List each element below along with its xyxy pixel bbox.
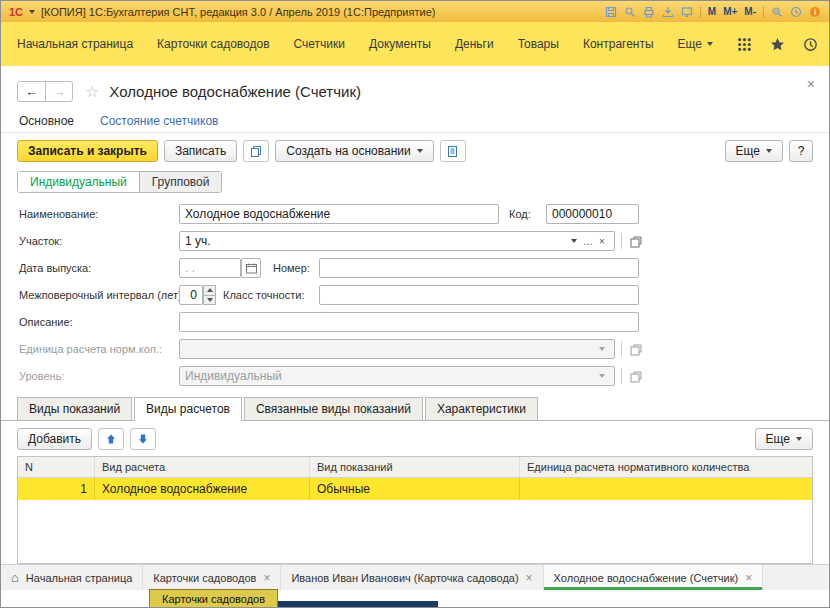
toolbar-right-group: Еще ?: [725, 140, 813, 162]
save-button[interactable]: Записать: [164, 140, 237, 162]
menu-item-counterparties[interactable]: Контрагенты: [583, 37, 654, 51]
col-header-n[interactable]: N: [18, 457, 95, 477]
open-icon[interactable]: [627, 232, 645, 251]
reread-icon-button[interactable]: [243, 140, 269, 162]
code-label: Код:: [509, 208, 531, 220]
clear-icon[interactable]: ×: [595, 232, 609, 250]
cell-calc-kind[interactable]: Холодное водоснабжение: [95, 478, 310, 500]
meter-type-toggle: Индивидуальный Групповой: [17, 171, 222, 193]
caret-down-icon: [707, 42, 713, 46]
number-input[interactable]: [319, 258, 639, 278]
window-title: [КОПИЯ] 1С:Бухгалтерия СНТ, редакция 3.0…: [41, 6, 435, 18]
tab-characteristics[interactable]: Характеристики: [425, 397, 538, 420]
move-up-icon[interactable]: [98, 428, 124, 450]
history-icon[interactable]: [803, 37, 818, 52]
favorites-star-icon[interactable]: [770, 37, 785, 52]
table-toolbar-right: Еще: [755, 428, 813, 450]
taskbar-home[interactable]: ⌂ Начальная страница: [1, 565, 143, 590]
spin-down-icon[interactable]: [203, 296, 216, 306]
menu-item-documents[interactable]: Документы: [369, 37, 431, 51]
area-combo-input[interactable]: 1 уч. … ×: [179, 231, 615, 251]
taskbar-tab-ivanov-card[interactable]: Иванов Иван Иванович (Карточка садовода)…: [281, 565, 543, 590]
menu-item-more[interactable]: Еще: [678, 37, 713, 51]
description-input[interactable]: [179, 312, 639, 332]
dropdown-caret-icon[interactable]: [567, 232, 581, 250]
more-button[interactable]: Еще: [725, 140, 783, 162]
close-tab-icon[interactable]: ×: [263, 571, 270, 585]
form-row-unit: Единица расчета норм.кол.:: [1, 336, 829, 363]
save-icon[interactable]: [605, 6, 617, 18]
calendar-icon[interactable]: [241, 258, 261, 278]
precision-class-input[interactable]: [319, 285, 639, 305]
info-icon[interactable]: [809, 6, 821, 18]
taskbar-tab-cold-water-meter[interactable]: Холодное водоснабжение (Счетчик) ×: [544, 565, 764, 590]
toggle-individual[interactable]: Индивидуальный: [18, 172, 139, 192]
area-label: Участок:: [19, 235, 62, 247]
taskbar-tab-gardener-cards[interactable]: Карточки садоводов ×: [143, 565, 281, 590]
code-input[interactable]: 000000010: [546, 204, 639, 224]
caret-down-icon: [796, 437, 802, 441]
app-window: 1С [КОПИЯ] 1С:Бухгалтерия СНТ, редакция …: [0, 0, 830, 608]
menu-item-money[interactable]: Деньги: [455, 37, 494, 51]
create-based-on-button[interactable]: Создать на основании: [275, 140, 434, 162]
toggle-group[interactable]: Групповой: [139, 172, 222, 192]
close-tab-icon[interactable]: ×: [745, 571, 752, 585]
choose-ellipsis-icon[interactable]: …: [581, 232, 595, 250]
home-icon: ⌂: [11, 570, 19, 585]
cell-unit[interactable]: [520, 478, 812, 500]
monitor-icon[interactable]: [681, 6, 693, 18]
clock-icon[interactable]: [790, 6, 802, 18]
open-icon[interactable]: [627, 340, 645, 359]
form-row-date: Дата выпуска: . . Номер:: [1, 255, 829, 282]
field-separator: [621, 368, 622, 384]
back-button[interactable]: ←: [18, 82, 45, 101]
find-icon[interactable]: [624, 6, 636, 18]
forward-button[interactable]: →: [45, 82, 72, 101]
col-header-reading-kind[interactable]: Вид показаний: [310, 457, 520, 477]
add-row-button[interactable]: Добавить: [17, 428, 92, 450]
col-header-unit[interactable]: Единица расчета нормативного количества: [520, 457, 812, 477]
tab-reading-kinds[interactable]: Виды показаний: [17, 397, 132, 420]
open-icon[interactable]: [627, 367, 645, 386]
spin-up-icon[interactable]: [203, 285, 216, 296]
memory-mplus-button[interactable]: M+: [723, 6, 737, 17]
memory-m-button[interactable]: M: [708, 6, 716, 17]
col-header-calc-kind[interactable]: Вид расчета: [95, 457, 310, 477]
command-toolbar: Записать и закрыть Записать Создать на о…: [1, 133, 829, 169]
menu-item-gardener-cards[interactable]: Карточки садоводов: [157, 37, 269, 51]
cell-n[interactable]: 1: [18, 478, 95, 500]
help-button[interactable]: ?: [789, 140, 813, 162]
cell-reading-kind[interactable]: Обычные: [310, 478, 520, 500]
memory-mminus-button[interactable]: M-: [744, 6, 756, 17]
name-input[interactable]: Холодное водоснабжение: [179, 204, 499, 224]
export-icon[interactable]: [662, 6, 674, 18]
report-icon-button[interactable]: [440, 140, 466, 162]
menu-item-home[interactable]: Начальная страница: [17, 37, 133, 51]
history-nav-buttons: ← →: [17, 81, 73, 102]
number-label: Номер:: [273, 262, 310, 274]
name-label: Наименование:: [19, 208, 98, 220]
menubar-service-icons: [737, 37, 830, 52]
tab-linked-reading-kinds[interactable]: Связанные виды показаний: [244, 397, 423, 420]
save-and-close-button[interactable]: Записать и закрыть: [17, 140, 158, 162]
interval-input[interactable]: 0: [179, 285, 203, 305]
system-menu-caret-icon[interactable]: [29, 10, 35, 14]
print-icon[interactable]: [643, 6, 655, 18]
titlebar-separator: [700, 6, 701, 18]
app-logo[interactable]: 1С: [9, 6, 23, 18]
close-tab-icon[interactable]: ×: [526, 571, 533, 585]
move-down-icon[interactable]: [130, 428, 156, 450]
menu-item-goods[interactable]: Товары: [518, 37, 559, 51]
favorite-star-icon[interactable]: ☆: [85, 82, 99, 101]
close-form-icon[interactable]: ×: [807, 76, 815, 92]
apps-grid-icon[interactable]: [737, 37, 752, 52]
table-more-button[interactable]: Еще: [755, 428, 813, 450]
zoom-icon[interactable]: [771, 6, 783, 18]
tab-main[interactable]: Основное: [19, 114, 74, 132]
table-row[interactable]: 1 Холодное водоснабжение Обычные: [18, 478, 812, 500]
tab-calc-kinds[interactable]: Виды расчетов: [134, 397, 242, 421]
menu-item-meters[interactable]: Счетчики: [294, 37, 345, 51]
tab-meter-states[interactable]: Состояние счетчиков: [100, 114, 219, 132]
titlebar-icons: M M+ M-: [605, 6, 821, 18]
issue-date-input[interactable]: . .: [179, 258, 241, 278]
